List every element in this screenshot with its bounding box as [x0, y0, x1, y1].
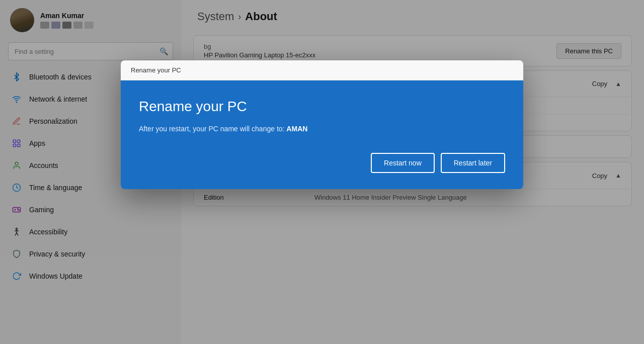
dialog-message-prefix: After you restart, your PC name will cha…	[139, 125, 286, 133]
restart-later-button[interactable]: Restart later	[441, 153, 505, 173]
dialog-actions: Restart now Restart later	[139, 153, 505, 173]
rename-dialog: Rename your PC Rename your PC After you …	[121, 60, 523, 189]
dialog-body: Rename your PC After you restart, your P…	[121, 80, 523, 189]
dialog-message: After you restart, your PC name will cha…	[139, 125, 505, 133]
dialog-heading: Rename your PC	[139, 99, 505, 115]
dialog-pc-name: AMAN	[286, 125, 307, 133]
restart-now-button[interactable]: Restart now	[371, 153, 435, 173]
dialog-overlay: Rename your PC Rename your PC After you …	[0, 0, 644, 344]
dialog-titlebar: Rename your PC	[121, 60, 523, 80]
dialog-title-bar-text: Rename your PC	[131, 66, 181, 74]
